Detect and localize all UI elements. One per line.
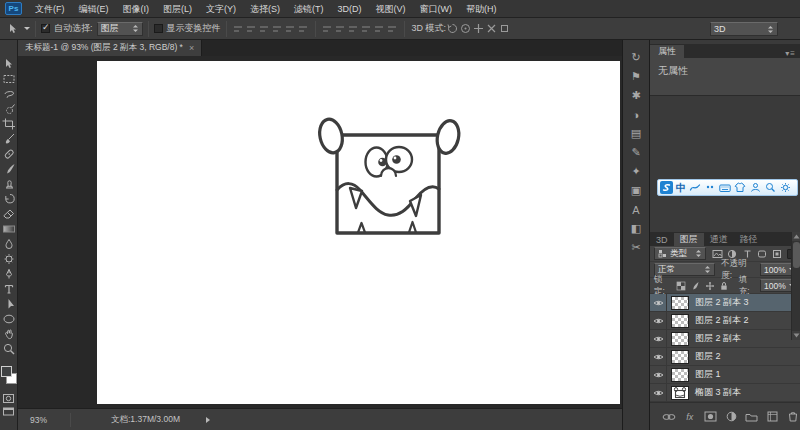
info-panel-icon[interactable]: ▤ bbox=[624, 124, 648, 143]
dodge-tool[interactable] bbox=[0, 251, 18, 266]
lock-image-pixels-icon[interactable] bbox=[690, 280, 701, 292]
panel-tab[interactable]: 通道 bbox=[704, 233, 734, 246]
notes-panel-icon[interactable]: ✎ bbox=[624, 143, 648, 162]
channels-panel-icon[interactable]: ▣ bbox=[624, 181, 648, 200]
add-layer-mask-icon[interactable] bbox=[704, 410, 718, 424]
layer-style-button[interactable]: fx bbox=[683, 410, 697, 424]
distribute-top-edges-icon[interactable] bbox=[322, 24, 333, 34]
align-top-edges-icon[interactable] bbox=[233, 24, 244, 34]
adjustments-panel-icon[interactable]: ◑ bbox=[624, 105, 648, 124]
quick-mask-button[interactable] bbox=[0, 392, 18, 405]
zoom-tool[interactable] bbox=[0, 341, 18, 356]
layer-row[interactable]: 图层 2 副本 bbox=[650, 330, 800, 348]
hand-tool[interactable] bbox=[0, 326, 18, 341]
rectangular-marquee-tool[interactable] bbox=[0, 71, 18, 86]
menu-item[interactable]: 视图(V) bbox=[369, 0, 413, 18]
menu-item[interactable]: 编辑(E) bbox=[72, 0, 116, 18]
paragraph-panel-icon[interactable]: ◧ bbox=[624, 219, 648, 238]
panel-tab[interactable]: 路径 bbox=[734, 233, 764, 246]
close-tab-icon[interactable]: × bbox=[189, 43, 194, 53]
menu-item[interactable]: 文字(Y) bbox=[199, 0, 243, 18]
menu-item[interactable]: 图层(L) bbox=[156, 0, 199, 18]
clone-stamp-tool[interactable] bbox=[0, 176, 18, 191]
spot-healing-brush-tool[interactable] bbox=[0, 146, 18, 161]
auto-select-checkbox[interactable] bbox=[41, 24, 50, 33]
new-group-icon[interactable] bbox=[745, 410, 759, 424]
history-brush-tool[interactable] bbox=[0, 191, 18, 206]
layer-row[interactable]: 椭圆 3 副本 bbox=[650, 384, 800, 402]
layers-scrollbar[interactable] bbox=[791, 232, 800, 340]
distribute-right-edges-icon[interactable] bbox=[387, 24, 398, 34]
3d-slide-icon[interactable] bbox=[485, 22, 498, 35]
show-transform-checkbox[interactable] bbox=[154, 24, 163, 33]
align-bottom-edges-icon[interactable] bbox=[259, 24, 270, 34]
3d-rotate-icon[interactable] bbox=[446, 22, 459, 35]
layer-visibility-toggle[interactable] bbox=[650, 384, 667, 401]
ime-skin-icon[interactable] bbox=[734, 181, 746, 194]
document-canvas[interactable] bbox=[97, 61, 620, 404]
blur-tool[interactable] bbox=[0, 236, 18, 251]
ime-mode-chinese[interactable]: 中 bbox=[676, 181, 686, 194]
quick-selection-tool[interactable] bbox=[0, 101, 18, 116]
filter-type-dropdown[interactable]: 类型 bbox=[654, 247, 706, 260]
menu-item[interactable]: 图像(I) bbox=[116, 0, 157, 18]
eyedropper-tool[interactable] bbox=[0, 131, 18, 146]
pen-tool[interactable] bbox=[0, 266, 18, 281]
layer-visibility-toggle[interactable] bbox=[650, 366, 667, 383]
3d-roll-icon[interactable] bbox=[459, 22, 472, 35]
screen-mode-button[interactable] bbox=[0, 405, 18, 418]
measurement-panel-icon[interactable]: ✂ bbox=[624, 238, 648, 257]
tab-properties[interactable]: 属性 bbox=[650, 45, 684, 58]
3d-scale-icon[interactable] bbox=[498, 22, 511, 35]
distribute-vertical-centers-icon[interactable] bbox=[335, 24, 346, 34]
layer-thumbnail[interactable] bbox=[671, 296, 689, 310]
ime-search-icon[interactable] bbox=[764, 181, 776, 194]
gradient-tool[interactable] bbox=[0, 221, 18, 236]
foreground-color-swatch[interactable] bbox=[1, 366, 12, 377]
distribute-horizontal-centers-icon[interactable] bbox=[374, 24, 385, 34]
eraser-tool[interactable] bbox=[0, 206, 18, 221]
distribute-bottom-edges-icon[interactable] bbox=[348, 24, 359, 34]
align-right-edges-icon[interactable] bbox=[298, 24, 309, 34]
layer-visibility-toggle[interactable] bbox=[650, 348, 667, 365]
layer-visibility-toggle[interactable] bbox=[650, 294, 667, 311]
lock-transparent-pixels-icon[interactable] bbox=[675, 280, 686, 292]
layer-thumbnail-shape[interactable] bbox=[671, 386, 689, 400]
3d-drag-icon[interactable] bbox=[472, 22, 485, 35]
ime-logo-icon[interactable] bbox=[660, 181, 673, 194]
status-options-arrow-icon[interactable] bbox=[206, 417, 210, 423]
align-vertical-centers-icon[interactable] bbox=[246, 24, 257, 34]
layer-row[interactable]: 图层 2 副本 3 bbox=[650, 294, 800, 312]
ime-account-icon[interactable] bbox=[749, 181, 761, 194]
menu-item[interactable]: 文件(F) bbox=[28, 0, 72, 18]
styles-panel-icon[interactable]: ✱ bbox=[624, 86, 648, 105]
ime-handwriting-icon[interactable] bbox=[689, 181, 701, 194]
layer-thumbnail[interactable] bbox=[671, 314, 689, 328]
new-adjustment-layer-icon[interactable] bbox=[724, 410, 738, 424]
scrollbar-thumb[interactable] bbox=[793, 242, 800, 268]
move-tool[interactable] bbox=[0, 56, 18, 71]
lock-position-icon[interactable] bbox=[704, 280, 715, 292]
tool-preset-picker[interactable] bbox=[6, 23, 30, 35]
actions-panel-icon[interactable]: ⚑ bbox=[624, 67, 648, 86]
ime-punctuation-icon[interactable] bbox=[704, 181, 716, 194]
horizontal-type-tool[interactable] bbox=[0, 281, 18, 296]
menu-item[interactable]: 滤镜(T) bbox=[287, 0, 331, 18]
panel-tab[interactable]: 图层 bbox=[674, 233, 704, 246]
lasso-tool[interactable] bbox=[0, 86, 18, 101]
layer-row[interactable]: 图层 1 bbox=[650, 366, 800, 384]
ellipse-tool[interactable] bbox=[0, 311, 18, 326]
brush-tool[interactable] bbox=[0, 161, 18, 176]
layer-thumbnail[interactable] bbox=[671, 332, 689, 346]
character-panel-icon[interactable]: A bbox=[624, 200, 648, 219]
path-selection-tool[interactable] bbox=[0, 296, 18, 311]
menu-item[interactable]: 窗口(W) bbox=[413, 0, 460, 18]
auto-select-target-dropdown[interactable]: 图层 bbox=[97, 22, 143, 36]
menu-item[interactable]: 3D(D) bbox=[331, 0, 369, 18]
lock-all-icon[interactable] bbox=[718, 280, 729, 292]
layer-thumbnail[interactable] bbox=[671, 350, 689, 364]
align-horizontal-centers-icon[interactable] bbox=[285, 24, 296, 34]
filter-smart-objects-icon[interactable] bbox=[771, 248, 784, 260]
align-left-edges-icon[interactable] bbox=[272, 24, 283, 34]
workspace-switcher-dropdown[interactable]: 3D bbox=[710, 22, 778, 36]
